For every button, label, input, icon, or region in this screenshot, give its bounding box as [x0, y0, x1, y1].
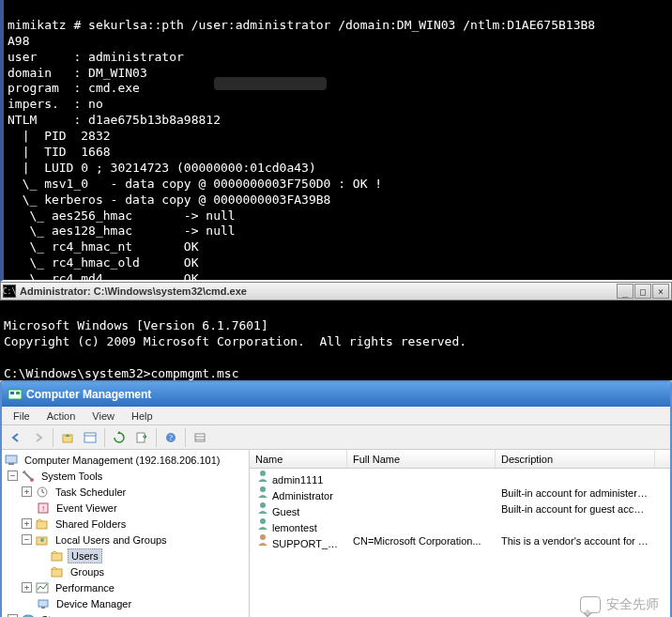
svg-rect-6: [137, 433, 145, 442]
minimize-button[interactable]: _: [617, 284, 634, 299]
maximize-button[interactable]: □: [634, 284, 651, 299]
forward-button[interactable]: [28, 427, 49, 448]
back-button[interactable]: [6, 427, 26, 448]
terminal-line: \_ msv1_0 - data copy @ 0000000003F750D0…: [8, 177, 382, 191]
tree-users[interactable]: Users: [4, 548, 247, 563]
tree-performance[interactable]: + Performance: [4, 579, 247, 595]
chat-bubble-icon: [580, 596, 601, 613]
view-list-button[interactable]: [190, 427, 210, 448]
tree-event-viewer[interactable]: ! Event Viewer: [4, 500, 247, 516]
user-row[interactable]: lemontest: [250, 517, 670, 532]
user-icon: [255, 501, 270, 516]
terminal-line: C:\Windows\system32>compmgmt.msc: [4, 366, 238, 380]
tree-device-manager[interactable]: Device Manager: [4, 595, 247, 611]
terminal-line: A98: [8, 34, 29, 48]
user-icon: [255, 485, 270, 500]
svg-text:!: !: [42, 504, 44, 513]
terminal-line: NTLM : d1ae675b13b8a98812: [8, 113, 221, 127]
cmd-icon: C:\: [3, 285, 16, 298]
collapse-icon[interactable]: −: [22, 534, 32, 545]
user-row[interactable]: admin1111: [250, 469, 670, 485]
column-name[interactable]: Name: [250, 450, 347, 468]
help-button[interactable]: ?: [160, 427, 181, 448]
menu-help[interactable]: Help: [124, 409, 160, 424]
folder-icon: [50, 548, 65, 563]
storage-icon: [21, 612, 36, 618]
performance-icon: [35, 580, 50, 595]
mmc-toolbar: ?: [2, 425, 670, 450]
tools-icon: [21, 469, 36, 484]
tree-root[interactable]: Computer Management (192.168.206.101): [4, 452, 247, 468]
user-icon: [255, 517, 270, 532]
terminal-line: impers. : no: [8, 97, 103, 111]
tree-task-scheduler[interactable]: + Task Scheduler: [4, 484, 247, 500]
svg-point-31: [260, 486, 266, 492]
user-description: Built-in account for administering the..…: [496, 487, 655, 499]
terminal-line: \_ kerberos - data copy @ 0000000003FA39…: [8, 193, 330, 207]
folder-icon: [50, 564, 65, 579]
menu-action[interactable]: Action: [39, 409, 84, 424]
tree-storage[interactable]: + Storage: [4, 611, 247, 617]
tree-pane[interactable]: Computer Management (192.168.206.101) − …: [2, 450, 250, 617]
svg-rect-13: [8, 463, 14, 465]
export-button[interactable]: [131, 427, 152, 448]
terminal-line: domain : DM_WIN03: [8, 66, 147, 80]
watermark-text: 安全先师: [606, 596, 659, 613]
user-icon: [255, 532, 270, 548]
terminal-line: \_ rc4_hmac_old OK: [8, 255, 199, 270]
device-icon: [36, 596, 51, 611]
mimikatz-terminal[interactable]: mimikatz # sekurlsa::pth /user:administr…: [0, 0, 672, 282]
user-row[interactable]: GuestBuilt-in account for guest access t…: [250, 501, 670, 517]
expand-icon[interactable]: +: [22, 486, 32, 497]
redaction-bar: [214, 77, 327, 90]
cmd-title: Administrator: C:\Windows\system32\cmd.e…: [20, 285, 617, 297]
cmd-terminal[interactable]: Microsoft Windows [Version 6.1.7601] Cop…: [0, 301, 672, 380]
refresh-button[interactable]: [109, 427, 130, 448]
svg-point-32: [260, 502, 266, 508]
svg-point-14: [30, 478, 34, 482]
user-name: SUPPORT_38...: [272, 538, 347, 549]
column-fullname[interactable]: Full Name: [347, 450, 496, 468]
mmc-titlebar[interactable]: Computer Management: [2, 382, 670, 407]
user-icon: [255, 469, 270, 484]
cmd-titlebar[interactable]: C:\ Administrator: C:\Windows\system32\c…: [0, 282, 672, 301]
menu-file[interactable]: File: [6, 409, 38, 424]
terminal-line: Copyright (c) 2009 Microsoft Corporation…: [4, 334, 466, 348]
shared-folder-icon: [35, 517, 50, 532]
user-fullname: CN=Microsoft Corporation...: [347, 535, 496, 547]
list-header: Name Full Name Description: [250, 450, 670, 469]
tree-local-users[interactable]: − Local Users and Groups: [4, 532, 247, 548]
computer-icon: [4, 453, 19, 468]
menu-view[interactable]: View: [84, 409, 122, 424]
tree-shared-folders[interactable]: + Shared Folders: [4, 516, 247, 532]
computer-management-window: Computer Management File Action View Hel…: [0, 380, 672, 617]
tree-system-tools[interactable]: − System Tools: [4, 468, 247, 484]
terminal-line: \_ aes256_hmac -> null: [8, 208, 236, 223]
mmc-app-icon: [8, 387, 23, 402]
user-row[interactable]: AdministratorBuilt-in account for admini…: [250, 485, 670, 501]
terminal-line: | LUID 0 ; 30214723 (00000000:01cd0a43): [8, 161, 316, 175]
close-button[interactable]: ×: [652, 284, 669, 299]
up-button[interactable]: [57, 427, 78, 448]
clock-icon: [35, 485, 50, 500]
properties-button[interactable]: [80, 427, 100, 448]
terminal-line: user : administrator: [8, 50, 184, 64]
user-description: Built-in account for guest access to t..…: [496, 503, 655, 515]
svg-text:?: ?: [169, 433, 173, 442]
expand-icon[interactable]: +: [22, 518, 32, 529]
svg-rect-1: [10, 392, 14, 394]
column-description[interactable]: Description: [496, 450, 655, 468]
terminal-line: program : cmd.exe: [8, 81, 140, 95]
mmc-menubar: File Action View Help: [2, 407, 670, 425]
terminal-line: | PID 2832: [8, 129, 111, 143]
svg-rect-2: [16, 392, 20, 394]
svg-rect-9: [195, 434, 205, 441]
event-icon: !: [36, 501, 51, 516]
user-row[interactable]: SUPPORT_38...CN=Microsoft Corporation...…: [250, 532, 670, 548]
terminal-line: \_ rc4_md4 OK: [8, 271, 199, 282]
mmc-title-text: Computer Management: [26, 388, 151, 401]
collapse-icon[interactable]: −: [8, 470, 18, 481]
expand-icon[interactable]: +: [22, 582, 32, 593]
tree-groups[interactable]: Groups: [4, 563, 247, 579]
list-pane[interactable]: Name Full Name Description admin1111Admi…: [250, 450, 670, 617]
